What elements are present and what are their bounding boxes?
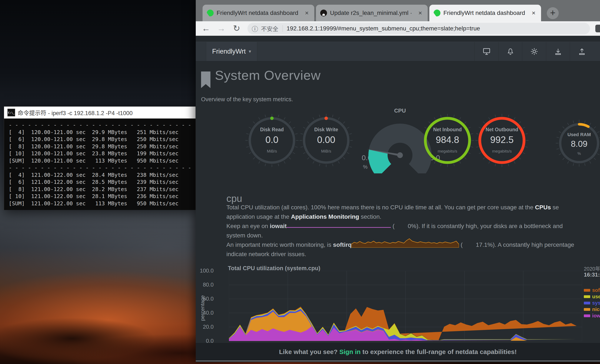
applications-monitoring-link[interactable]: Applications Monitoring (291, 213, 359, 220)
y-tick: 80.0 (196, 281, 214, 288)
y-tick: 100.0 (196, 267, 214, 274)
tab-divider (315, 8, 315, 18)
brand-label: FriendlyWrt (212, 48, 246, 55)
tab-close-icon[interactable]: × (530, 9, 537, 17)
bell-icon (507, 48, 514, 55)
legend-swatch (584, 302, 590, 304)
legend-item-user[interactable]: user (584, 294, 600, 299)
legend-item-iowait[interactable]: iowait (584, 313, 600, 319)
cpu-description-line: Total CPU utilization (all cores). 100% … (226, 204, 559, 211)
gauge-used-ram[interactable]: Used RAM 8.09 % (555, 119, 600, 168)
page-subtitle: Overview of the key system metrics. (201, 96, 293, 103)
back-icon[interactable]: ← (199, 21, 213, 36)
legend-swatch (584, 295, 590, 298)
netdata-favicon-icon (434, 9, 441, 16)
legend-item-nice[interactable]: nice (584, 306, 600, 312)
legend-swatch (584, 308, 590, 311)
y-tick: 60.0 (196, 296, 214, 302)
legend-swatch (584, 289, 590, 292)
gauge-net-inbound[interactable]: Net Inbound 984.8 megabits/s (420, 113, 475, 168)
browser-window: FriendlyWrt netdata dashboard × Update r… (196, 0, 600, 362)
tab-strip: FriendlyWrt netdata dashboard × Update r… (196, 0, 600, 21)
forward-icon[interactable]: → (215, 21, 228, 36)
tab-netdata-2-active[interactable]: FriendlyWrt netdata dashboard × (429, 5, 541, 21)
terminal-titlebar[interactable]: C:\_ 命令提示符 - iperf3 -c 192.168.1.2 -P4 -… (4, 107, 196, 119)
legend-item-system[interactable]: system (584, 300, 600, 306)
brand-dropdown[interactable]: FriendlyWrt ▾ (206, 42, 257, 61)
tab-github[interactable]: Update r2s_lean_minimal.yml · k × (316, 5, 428, 21)
page-title: System Overview (215, 68, 321, 83)
alarms-button[interactable] (498, 42, 522, 61)
desktop-screen: { "terminal": { "title": "命令提示符 - iperf3… (0, 0, 600, 364)
y-tick: 40.0 (196, 309, 214, 316)
sign-in-link[interactable]: Sign in (339, 348, 361, 355)
chart-date: 2020年3 (584, 265, 600, 272)
reload-icon[interactable]: ↻ (230, 21, 244, 36)
gauge-disk-write[interactable]: Disk Write 0.00 MiB/s (299, 113, 354, 168)
netdata-favicon-icon (207, 9, 214, 16)
export-button[interactable] (570, 42, 594, 61)
bookmark-icon (201, 72, 210, 88)
tab-title: FriendlyWrt netdata dashboard (443, 9, 527, 16)
cpu-description-line: Keep an eye on iowait (0%). If it is con… (226, 223, 563, 230)
cpu-description-line: system down. (226, 232, 263, 239)
tab-netdata-1[interactable]: FriendlyWrt netdata dashboard × (203, 5, 314, 21)
netdata-navbar: FriendlyWrt ▾ (196, 42, 600, 61)
extension-icon[interactable] (595, 25, 600, 32)
cpu-description-line: An important metric worth monitoring, is… (226, 241, 574, 249)
download-icon (554, 48, 562, 55)
github-favicon-icon (320, 9, 327, 16)
section-heading-cpu: cpu (226, 193, 242, 204)
cpu-description-line: application usage at the Applications Mo… (226, 213, 381, 220)
settings-button[interactable] (522, 42, 546, 61)
chart-time: 16:31:2 (584, 271, 600, 278)
gauge-disk-read[interactable]: Disk Read 0.0 MiB/s (244, 113, 300, 168)
new-tab-button[interactable]: + (547, 7, 559, 19)
netdata-page: FriendlyWrt ▾ (196, 36, 600, 362)
cpu-utilization-chart[interactable] (229, 271, 582, 341)
gauge-net-outbound[interactable]: Net Outbound 992.5 megabits/s (474, 113, 530, 168)
tab-title: Update r2s_lean_minimal.yml · k (330, 9, 414, 16)
monitor-icon (483, 48, 491, 55)
url-text[interactable]: 192.168.2.1:19999/#menu_system_submenu_c… (287, 25, 480, 32)
y-tick: 20.0 (196, 324, 214, 330)
cpus-link[interactable]: CPUs (535, 204, 551, 211)
console-button[interactable] (474, 42, 498, 61)
address-bar[interactable]: ⓘ 不安全 192.168.2.1:19999/#menu_system_sub… (247, 23, 590, 34)
terminal-title: 命令提示符 - iperf3 -c 192.168.1.2 -P4 -t1000 (18, 109, 132, 117)
signin-banner: Like what you see? Sign in to experience… (196, 343, 600, 361)
signin-text: Like what you see? Sign in to experience… (279, 348, 517, 355)
import-button[interactable] (546, 42, 570, 61)
gear-icon (530, 48, 538, 55)
browser-toolbar: ← → ↻ ⓘ 不安全 192.168.2.1:19999/#menu_syst… (196, 21, 600, 36)
terminal-window[interactable]: C:\_ 命令提示符 - iperf3 -c 192.168.1.2 -P4 -… (4, 106, 196, 210)
omnibox-divider (282, 25, 283, 32)
legend-item-softirq[interactable]: softirq (584, 287, 600, 293)
security-label: 不安全 (261, 24, 278, 33)
upload-icon (578, 48, 586, 55)
cmd-icon: C:\_ (8, 109, 15, 116)
legend-swatch (584, 314, 590, 317)
iowait-sparkline (287, 226, 391, 228)
page-info-icon[interactable]: ⓘ (252, 24, 258, 33)
chevron-down-icon: ▾ (249, 49, 251, 54)
tab-title: FriendlyWrt netdata dashboard (216, 9, 300, 16)
tab-close-icon[interactable]: × (303, 9, 310, 17)
tab-close-icon[interactable]: × (417, 9, 424, 17)
softirq-sparkline (351, 245, 459, 247)
terminal-output[interactable]: - - - - - - - - - - - - - - - - - - - - … (4, 119, 196, 210)
cpu-description-line: indicate network driver issues. (226, 251, 306, 258)
